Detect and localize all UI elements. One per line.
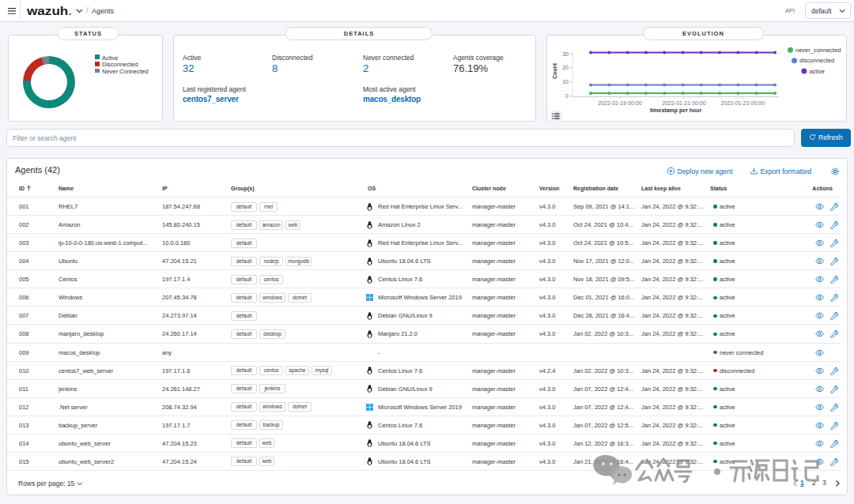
- svg-text:Count: Count: [552, 62, 557, 79]
- svg-text:2022-01-19 00:00: 2022-01-19 00:00: [598, 100, 641, 106]
- svg-text:30: 30: [562, 51, 569, 57]
- svg-text:disconnected: disconnected: [799, 57, 834, 64]
- svg-text:0: 0: [565, 93, 569, 99]
- svg-text:active: active: [809, 68, 825, 75]
- svg-text:timestamp per hour: timestamp per hour: [650, 107, 702, 114]
- svg-text:2022-01-23 00:00: 2022-01-23 00:00: [721, 100, 765, 106]
- svg-text:never_connected: never_connected: [795, 47, 841, 54]
- svg-text:2022-01-21 00:00: 2022-01-21 00:00: [662, 100, 705, 106]
- svg-text:10: 10: [562, 79, 569, 85]
- svg-text:20: 20: [562, 65, 569, 70]
